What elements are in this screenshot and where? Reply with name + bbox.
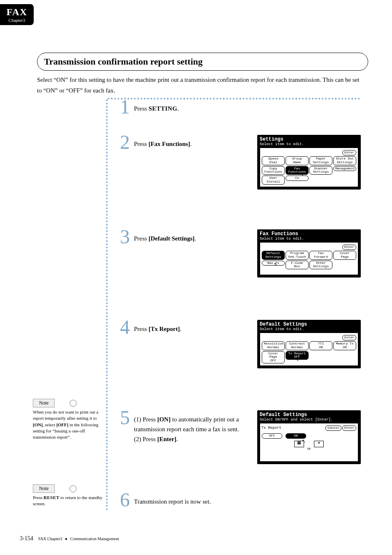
section-heading-text: Transmission confirmation report setting — [44, 56, 203, 67]
fax-forward-button[interactable]: Fax Forward — [309, 251, 332, 260]
lcd-subtitle: Select item to edit. — [260, 327, 358, 332]
paper-settings-button[interactable]: Paper Settings — [309, 156, 332, 165]
cursor-icon: ↖ — [300, 171, 304, 178]
tx-report-label: Tx Report — [261, 426, 281, 430]
step-5: 5 (1) Press [ON] to automatically print … — [116, 408, 361, 490]
batch-tx-button[interactable]: Bat Tx — [262, 261, 285, 266]
lcd-title: Settings — [260, 136, 358, 142]
note-6: Note Press RESET to return to the standb… — [33, 484, 104, 507]
footer-chapter: FAX Chapter3 — [38, 536, 62, 541]
speed-dial-button[interactable]: Speed Dial — [262, 156, 285, 165]
fax-functions-button[interactable]: Fax Functions — [286, 166, 309, 175]
lcd-title: Fax Functions — [260, 231, 358, 237]
footer-section: Communication Management — [70, 536, 119, 541]
lcd-title: Default Settings — [260, 321, 358, 327]
tab-title: FAX — [0, 7, 34, 18]
note-label: Note — [33, 484, 55, 493]
note-circle-icon — [69, 485, 77, 493]
lcd-tx-report: Default Settings Select ON/OFF and selec… — [257, 410, 361, 464]
co-button[interactable]: Co — [286, 176, 309, 181]
other-settings-button[interactable]: Other Settings — [309, 261, 332, 270]
ok-label: OK — [261, 447, 357, 451]
step-text: (1) Press [ON] to automatically print ou… — [134, 408, 250, 444]
step-number: 6 — [116, 490, 134, 510]
page-footer: 3-154 FAX Chapter3 ● Communication Manag… — [20, 535, 119, 542]
step-text: Transmission report is now set. — [134, 490, 361, 506]
default-settings-button[interactable]: Default Settings — [262, 251, 285, 260]
lcd-default-settings: Default Settings Select item to edit. En… — [257, 320, 361, 368]
cover-page-button[interactable]: Cover PageOFF — [262, 351, 285, 363]
step-4: 4 Press [Tx Report]. Default Settings Se… — [116, 317, 361, 408]
lcd-subtitle: Select item to edit. — [260, 237, 358, 241]
section-heading: Transmission confirmation report setting — [37, 53, 368, 71]
copy-functions-button[interactable]: Copy Functions — [262, 166, 285, 175]
off-button[interactable]: OFF — [262, 433, 282, 439]
step-number: 4 — [116, 317, 134, 337]
step-number: 5 — [116, 408, 134, 428]
lcd-settings: Settings Select item to edit. Enter Spee… — [257, 135, 361, 190]
enter-button[interactable]: Enter — [342, 426, 356, 431]
contrast-button[interactable]: ContrastNormal — [286, 341, 309, 350]
enter-button[interactable]: Enter — [342, 335, 356, 340]
fcode-box-button[interactable]: F-Code Box — [286, 261, 309, 270]
resolution-button[interactable]: ResolutionNormal — [262, 341, 285, 350]
page-number: 3-154 — [20, 535, 33, 541]
note-5: Note When you do not want to print out a… — [33, 399, 104, 441]
cursor-icon: ↖ — [274, 261, 277, 268]
note-label: Note — [33, 399, 55, 407]
step-number: 3 — [116, 227, 134, 247]
step-2: 2 Press [Fax Functions]. Settings Select… — [116, 132, 361, 227]
note-circle-icon — [69, 400, 77, 407]
cancel-button[interactable]: Cancel — [325, 426, 341, 431]
step-6: 6 Transmission report is now set. — [116, 490, 361, 510]
lcd-subtitle: Select ON/OFF and select [Enter]. — [260, 418, 358, 422]
intro-paragraph: Select “ON” for this setting to have the… — [37, 75, 361, 96]
store-doc-button[interactable]: Store Doc Settings — [333, 156, 356, 165]
memory-tx-button[interactable]: Memory TxON — [333, 341, 356, 350]
group-name-button[interactable]: Group Name — [286, 156, 309, 165]
bullet-icon: ● — [65, 536, 67, 541]
step-text: Press [Tx Report]. — [134, 317, 250, 334]
step-text: Press [Fax Functions]. — [134, 132, 250, 149]
step-number: 1 — [116, 97, 134, 117]
lcd-subtitle: Select item to edit. — [260, 142, 358, 147]
enter-button[interactable]: Enter — [342, 150, 356, 155]
user-install-button[interactable]: User Install — [262, 176, 285, 185]
scanner-settings-button[interactable]: Scanner Settings — [309, 166, 332, 175]
vertical-dots — [106, 99, 108, 511]
lcd-fax-functions: Fax Functions Select item to edit. Enter… — [257, 229, 361, 278]
enter-button[interactable]: Enter — [342, 245, 356, 250]
tab-subtitle: Chapter3 — [0, 18, 34, 23]
lcd-title: Default Settings — [260, 412, 358, 418]
step-text: Press SETTING. — [134, 97, 361, 113]
program-onetouch-button[interactable]: Program One-Touch — [286, 251, 309, 260]
step-text: Press [Default Settings]. — [134, 227, 250, 243]
management-button[interactable]: Management — [333, 166, 356, 171]
cover-page-button[interactable]: Cover Page — [333, 251, 356, 260]
tti-button[interactable]: TTION — [309, 341, 332, 350]
cursor-icon: ↖ — [295, 356, 299, 363]
step-number: 2 — [116, 132, 134, 152]
chapter-tab: FAX Chapter3 — [0, 4, 34, 25]
step-3: 3 Press [Default Settings]. Fax Function… — [116, 227, 361, 317]
cursor-icon: ↖ — [302, 437, 305, 444]
step-1: 1 Press SETTING. — [116, 97, 361, 132]
fax-machine-icon: ☎ — [314, 441, 324, 447]
